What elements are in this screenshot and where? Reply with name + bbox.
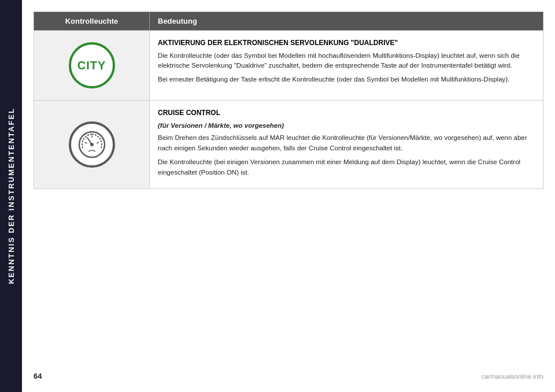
page-number: 64 — [34, 372, 42, 380]
col-header-kontrolleuchte: Kontrolleuchte — [34, 12, 150, 31]
col-header-bedeutung: Bedeutung — [150, 12, 543, 31]
table-header-row: Kontrolleuchte Bedeutung — [34, 12, 543, 31]
city-text2: Bei erneuter Betätigung der Taste erlisc… — [158, 75, 535, 85]
text-cell-city: AKTIVIERUNG DER ELEKTRONISCHEN SERVOLENK… — [150, 31, 543, 101]
city-heading: AKTIVIERUNG DER ELEKTRONISCHEN SERVOLENK… — [158, 38, 535, 49]
city-text1: Die Kontrolleuchte (oder das Symbol bei … — [158, 51, 535, 72]
page-footer: 64 carmanualsonline.info — [34, 366, 543, 380]
text-cell-cruise: CRUISE CONTROL (für Versionen / Märkte, … — [150, 101, 543, 189]
icon-cell-cruise — [34, 101, 150, 189]
cruise-icon — [69, 121, 115, 168]
table-row: CITY AKTIVIERUNG DER ELEKTRONISCHEN SERV… — [34, 31, 543, 101]
cruise-svg — [77, 130, 107, 160]
main-content: Kontrolleuchte Bedeutung CITY AKTIVIERUN… — [22, 0, 555, 392]
icon-cell-city: CITY — [34, 31, 150, 101]
cruise-heading: CRUISE CONTROL — [158, 108, 535, 119]
sidebar: KENNTNIS DER INSTRUMENTENTAFEL — [0, 0, 22, 392]
cruise-subheading: (für Versionen / Märkte, wo vorgesehen) — [158, 121, 535, 131]
cruise-text2: Die Kontrolleuchte (bei einigen Versione… — [158, 157, 535, 178]
svg-point-5 — [90, 143, 94, 146]
watermark: carmanualsonline.info — [482, 373, 543, 380]
info-table: Kontrolleuchte Bedeutung CITY AKTIVIERUN… — [34, 12, 543, 189]
city-label: CITY — [77, 59, 106, 72]
svg-line-3 — [97, 142, 99, 143]
city-icon: CITY — [69, 42, 115, 88]
sidebar-label: KENNTNIS DER INSTRUMENTENTAFEL — [7, 108, 16, 284]
table-row: CRUISE CONTROL (für Versionen / Märkte, … — [34, 101, 543, 189]
cruise-text1: Beim Drehen des Zündschlüssels auf MAR l… — [158, 133, 535, 154]
svg-line-2 — [85, 142, 87, 143]
